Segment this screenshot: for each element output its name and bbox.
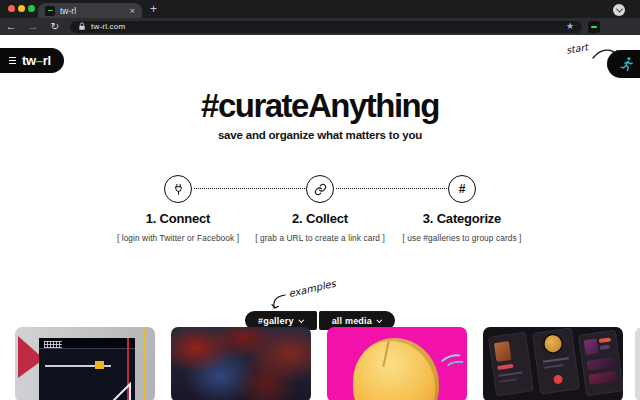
lock-icon xyxy=(78,22,86,31)
chevron-down-icon xyxy=(615,5,622,12)
gallery-card-design-poster[interactable] xyxy=(15,327,155,400)
back-icon[interactable]: ← xyxy=(0,21,22,32)
new-tab-button[interactable]: + xyxy=(150,3,157,15)
site-logo-menu[interactable]: tw–rl xyxy=(0,48,64,73)
gallery-card-partial[interactable] xyxy=(635,327,640,400)
gallery-card-abstract-art[interactable] xyxy=(171,327,311,400)
browser-window: tw-rl × + ← → ↻ tw-rl.com ★ tw–rl start xyxy=(0,0,640,400)
filter-label: all media xyxy=(332,316,372,326)
runner-icon xyxy=(618,56,635,73)
phone-screen-mockup xyxy=(533,329,579,394)
reload-icon[interactable]: ↻ xyxy=(44,21,66,32)
blonde-hair-shape xyxy=(353,338,439,400)
step-label: 3. Categorize xyxy=(372,211,552,226)
start-button[interactable] xyxy=(607,50,640,78)
step-caption: [ use #galleries to group cards ] xyxy=(372,233,552,243)
maximize-traffic-light[interactable] xyxy=(28,5,35,12)
page-subtitle: save and organize what matters to you xyxy=(0,129,640,141)
chevron-down-icon xyxy=(376,317,382,323)
tab-close-icon[interactable]: × xyxy=(129,6,135,16)
forward-icon[interactable]: → xyxy=(22,21,44,32)
tab-search-button[interactable] xyxy=(613,4,625,16)
twrl-extension-icon[interactable] xyxy=(588,21,600,33)
hash-icon: # xyxy=(459,182,466,196)
bookmark-star-icon[interactable]: ★ xyxy=(566,22,574,31)
phone-screen-mockup xyxy=(579,331,623,395)
browser-toolbar: ← → ↻ tw-rl.com ★ xyxy=(0,18,640,35)
examples-arrow-icon xyxy=(268,293,288,311)
categorize-circle: # xyxy=(448,175,476,203)
step-categorize: # 3. Categorize [ use #galleries to grou… xyxy=(372,175,552,243)
chevron-down-icon xyxy=(298,317,304,323)
tab-title: tw-rl xyxy=(60,6,124,16)
examples-handwritten-note: examples xyxy=(287,278,337,300)
gallery-card-pink-illustration[interactable] xyxy=(327,327,467,400)
tab-strip: tw-rl × + xyxy=(0,0,640,18)
link-icon xyxy=(314,183,327,196)
connect-circle xyxy=(164,175,192,203)
phone-screen-mockup xyxy=(489,333,533,395)
twrl-favicon-icon xyxy=(45,6,55,16)
gallery-card-app-ui[interactable] xyxy=(483,327,623,400)
hamburger-menu-icon xyxy=(9,57,16,64)
collect-circle xyxy=(306,175,334,203)
filter-label: #gallery xyxy=(258,316,294,326)
page-title: #curateAnything xyxy=(0,87,640,125)
logo-wordmark: tw–rl xyxy=(22,53,51,68)
address-bar[interactable]: tw-rl.com ★ xyxy=(70,21,582,34)
poster-yellow-line xyxy=(143,327,145,400)
start-handwritten-note: start xyxy=(565,41,589,55)
minimize-traffic-light[interactable] xyxy=(18,5,25,12)
poster-dark-panel xyxy=(39,338,135,400)
plug-icon xyxy=(172,183,185,196)
url-text: tw-rl.com xyxy=(91,22,561,31)
browser-tab[interactable]: tw-rl × xyxy=(38,3,142,18)
close-window-traffic-light[interactable] xyxy=(8,5,15,12)
